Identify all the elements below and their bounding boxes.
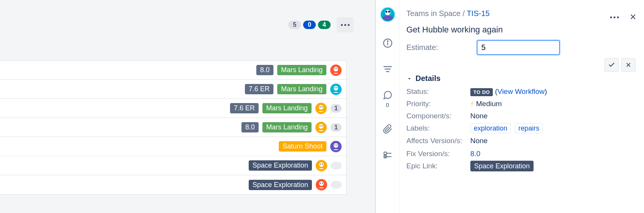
priority-medium-icon: ↑: [470, 100, 474, 108]
epic-pill: Mars Landing: [277, 65, 326, 75]
svg-point-29: [385, 11, 387, 13]
svg-point-23: [322, 163, 323, 165]
empty-estimate-pill: [331, 181, 342, 189]
issue-row[interactable]: 7.6 ERMars Landing1: [0, 99, 346, 118]
breadcrumb: Teams in Space / TIS-15: [406, 9, 636, 18]
version-pill: 7.6 ER: [245, 84, 273, 94]
filter-icon[interactable]: [383, 64, 393, 74]
cancel-button[interactable]: [621, 58, 636, 72]
svg-point-9: [319, 105, 323, 110]
issue-row[interactable]: Space Exploration: [0, 175, 346, 194]
issue-row[interactable]: 8.0Mars Landing1: [0, 118, 346, 137]
svg-point-30: [388, 11, 390, 13]
version-pill: 7.6 ER: [230, 103, 259, 113]
assignee-avatar[interactable]: [330, 84, 342, 95]
svg-point-21: [319, 162, 324, 167]
svg-rect-38: [384, 152, 387, 155]
svg-point-22: [320, 163, 321, 165]
more-button[interactable]: [337, 17, 353, 32]
svg-point-34: [387, 41, 388, 42]
view-workflow-link[interactable]: View Workflow: [497, 87, 545, 95]
svg-point-31: [383, 16, 392, 21]
svg-point-10: [320, 106, 321, 107]
comment-count: 0: [386, 102, 389, 108]
estimate-label: Estimate:: [406, 43, 477, 52]
svg-point-14: [320, 125, 321, 126]
assignee-avatar[interactable]: [330, 65, 342, 76]
svg-point-13: [319, 124, 323, 129]
assignee-avatar[interactable]: [316, 179, 327, 190]
labels-label: Labels:: [406, 124, 467, 132]
affects-versions-value: None: [470, 137, 636, 145]
confirm-button[interactable]: [604, 58, 619, 72]
priority-label: Priority:: [406, 100, 467, 108]
issue-title: Get Hubble working again: [406, 25, 636, 35]
count-badge-gray: 5: [288, 21, 301, 29]
assignee-avatar[interactable]: [330, 141, 342, 152]
status-value: TO DO (View Workflow): [470, 87, 636, 96]
affects-versions-label: Affects Version/s:: [406, 136, 467, 146]
details-header[interactable]: Details: [406, 74, 636, 83]
svg-point-1: [334, 67, 338, 71]
estimate-pill: 1: [331, 123, 342, 132]
svg-point-7: [336, 87, 337, 88]
svg-point-19: [336, 144, 337, 145]
assignee-avatar[interactable]: [315, 122, 327, 133]
epic-link-value[interactable]: Space Exploration: [470, 161, 534, 171]
close-icon[interactable]: ✕: [630, 12, 636, 22]
svg-point-25: [319, 181, 324, 186]
epic-pill: Mars Landing: [277, 84, 326, 94]
comment-icon[interactable]: [383, 90, 393, 100]
issue-row[interactable]: 8.0Mars Landing: [0, 61, 346, 80]
empty-estimate-pill: [331, 162, 342, 169]
svg-point-27: [322, 183, 323, 184]
svg-point-18: [334, 144, 336, 145]
labels-value: exploration repairs: [470, 124, 636, 132]
info-icon[interactable]: [383, 38, 393, 48]
project-avatar[interactable]: [380, 7, 395, 22]
version-pill: 8.0: [256, 65, 273, 75]
fix-versions-value[interactable]: 8.0: [470, 150, 636, 158]
detail-rail: 0: [376, 0, 400, 213]
project-name: Teams in Space: [406, 9, 460, 18]
epic-pill: Space Exploration: [249, 160, 312, 171]
label-tag[interactable]: exploration: [470, 123, 511, 133]
epic-link-label: Epic Link:: [406, 162, 467, 170]
issue-list: 8.0Mars Landing7.6 ERMars Landing7.6 ERM…: [0, 60, 347, 195]
epic-pill: Saturn Shoot: [279, 141, 326, 152]
subtask-icon[interactable]: [383, 150, 393, 160]
count-badge-blue: 0: [303, 21, 316, 29]
priority-value: ↑ Medium: [470, 100, 636, 108]
epic-pill: Mars Landing: [262, 122, 312, 132]
issue-row[interactable]: Saturn Shoot: [0, 137, 346, 156]
status-label: Status:: [406, 87, 467, 96]
assignee-avatar[interactable]: [315, 103, 327, 114]
svg-point-6: [334, 87, 336, 88]
badge-bar: 5 0 4: [0, 17, 365, 32]
assignee-avatar[interactable]: [316, 160, 327, 171]
estimate-input[interactable]: [477, 40, 560, 55]
components-value: None: [470, 112, 636, 120]
epic-pill: Space Exploration: [249, 180, 312, 190]
epic-pill: Mars Landing: [262, 103, 312, 113]
svg-point-11: [321, 106, 323, 107]
svg-point-26: [320, 183, 321, 184]
more-actions-button[interactable]: [610, 16, 619, 18]
estimate-pill: 1: [331, 104, 342, 113]
svg-point-17: [334, 143, 338, 148]
count-badge-green: 4: [318, 21, 331, 29]
components-label: Component/s:: [406, 112, 467, 120]
fix-versions-label: Fix Version/s:: [406, 150, 467, 158]
svg-point-5: [334, 86, 338, 90]
issue-row[interactable]: 7.6 ERMars Landing: [0, 80, 346, 99]
svg-point-3: [336, 68, 337, 69]
svg-point-15: [321, 125, 323, 126]
issue-row[interactable]: Space Exploration: [0, 156, 346, 175]
svg-point-2: [334, 68, 336, 69]
chevron-down-icon: [406, 76, 412, 82]
version-pill: 8.0: [241, 122, 259, 132]
attachment-icon[interactable]: [383, 124, 393, 134]
label-tag[interactable]: repairs: [515, 123, 543, 133]
issue-key-link[interactable]: TIS-15: [467, 9, 490, 18]
status-lozenge: TO DO: [470, 88, 493, 96]
